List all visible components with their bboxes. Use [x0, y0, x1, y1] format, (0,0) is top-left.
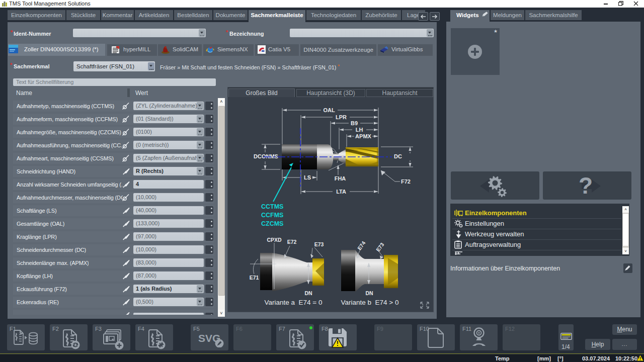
svg-text:F72: F72	[401, 178, 411, 185]
svg-text:LTA: LTA	[336, 189, 346, 195]
svg-text:DN: DN	[304, 290, 312, 296]
svg-text:E72: E72	[287, 239, 297, 245]
svg-text:OAL: OAL	[323, 107, 335, 113]
svg-text:CCTMS: CCTMS	[261, 203, 283, 210]
svg-text:DN: DN	[365, 290, 373, 296]
svg-text:CPXD: CPXD	[267, 237, 282, 243]
svg-text:Variante b E74 > 0: Variante b E74 > 0	[341, 299, 399, 306]
svg-text:CCFMS: CCFMS	[261, 212, 283, 219]
svg-text:E71: E71	[250, 275, 259, 281]
svg-text:B9: B9	[351, 120, 358, 126]
svg-text:DC: DC	[394, 153, 402, 159]
svg-text:E73: E73	[314, 241, 324, 247]
svg-text:?: ?	[579, 173, 593, 198]
svg-text:FHA: FHA	[335, 175, 346, 182]
svg-text:LH: LH	[356, 127, 363, 133]
svg-text:LPR: LPR	[336, 114, 347, 120]
svg-text:APMX: APMX	[355, 133, 371, 139]
svg-text:CZCMS: CZCMS	[261, 220, 283, 227]
svg-text:LS: LS	[304, 174, 311, 180]
svg-text:DCONMS: DCONMS	[254, 153, 278, 159]
svg-text:Variante a E74 = 0: Variante a E74 = 0	[265, 299, 323, 306]
